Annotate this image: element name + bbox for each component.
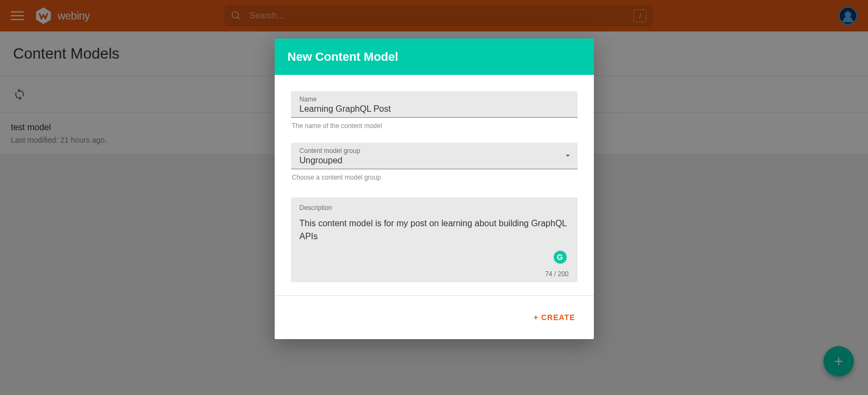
group-value: Ungrouped — [300, 156, 569, 165]
description-textarea[interactable] — [300, 217, 569, 266]
dialog-header: New Content Model — [275, 39, 594, 75]
dialog-body: Name The name of the content model Conte… — [275, 75, 594, 295]
dialog-title: New Content Model — [288, 50, 398, 64]
group-helper: Choose a content model group — [292, 174, 578, 181]
group-select[interactable]: Content model group Ungrouped — [291, 143, 578, 169]
new-content-model-dialog: New Content Model Name The name of the c… — [275, 39, 594, 339]
group-label: Content model group — [300, 147, 569, 155]
name-label: Name — [300, 95, 569, 103]
create-button-label: + CREATE — [534, 313, 575, 322]
description-field[interactable]: Description G 74 / 200 — [291, 197, 578, 282]
name-field[interactable]: Name — [291, 91, 578, 118]
name-input[interactable] — [300, 104, 569, 114]
name-helper: The name of the content model — [292, 122, 578, 130]
description-label: Description — [300, 204, 569, 212]
create-button[interactable]: + CREATE — [531, 308, 578, 327]
grammarly-icon[interactable]: G — [554, 251, 567, 264]
description-char-count: 74 / 200 — [300, 270, 569, 278]
chevron-down-icon — [565, 152, 571, 159]
dialog-actions: + CREATE — [275, 296, 594, 339]
